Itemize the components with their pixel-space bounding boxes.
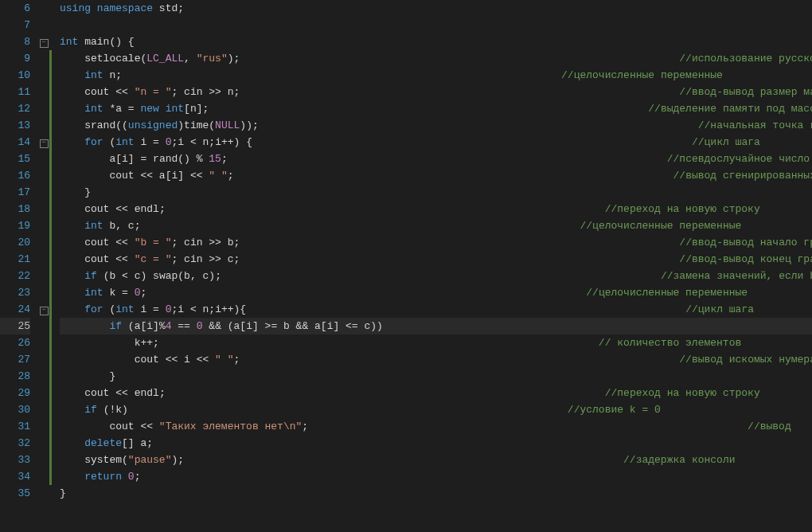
token-kw: return (84, 471, 122, 483)
token-op (60, 119, 84, 131)
code-line[interactable]: int b, c;//целочисленные переменные (60, 217, 812, 234)
code-line[interactable]: a[i] = rand() % 15;//псевдослучайное чис… (60, 151, 812, 167)
token-op: * (103, 103, 116, 115)
token-fn: time (184, 119, 209, 131)
token-op: [ (240, 320, 246, 332)
code-line[interactable] (60, 17, 812, 33)
fold-gutter[interactable]: −−− (38, 0, 49, 532)
line-number: 28 (0, 368, 30, 385)
fold-marker (38, 334, 49, 351)
line-number: 19 (0, 217, 30, 234)
token-id: a (159, 170, 166, 182)
code-line[interactable]: if (!k)//условие k = 0 (60, 401, 812, 418)
comment: //переход на новую строку (605, 203, 760, 215)
token-id: i (122, 153, 128, 165)
code-line[interactable]: cout << endl;//переход на новую строку (60, 385, 812, 401)
code-line[interactable]: cout << i << " ";//вывод искомых нумерац… (60, 351, 812, 368)
token-op: ; (302, 421, 308, 432)
token-str: "b = " (135, 237, 172, 248)
code-line[interactable]: if (b < c) swap(b, c);//замена значений,… (60, 268, 812, 284)
token-op: && (290, 320, 314, 332)
code-editor[interactable]: 6789101112131415161718192021222324252627… (0, 0, 812, 532)
fold-collapse-icon[interactable]: − (40, 307, 49, 315)
token-op (60, 337, 135, 349)
token-op: } (60, 370, 115, 382)
code-line[interactable]: for (int i = 0;i < n;i++) {//цикл шага (60, 134, 812, 151)
token-op: ; (209, 136, 215, 148)
code-line[interactable]: } (60, 184, 812, 201)
line-number: 11 (0, 84, 30, 100)
token-id: i (146, 320, 153, 332)
fold-marker[interactable]: − (38, 134, 49, 151)
token-id: n (228, 86, 234, 98)
token-id: i (178, 303, 184, 315)
code-line[interactable]: delete[] a; (60, 435, 812, 452)
fold-marker[interactable]: − (38, 33, 49, 50)
code-area[interactable]: using namespace std;int main() { setloca… (52, 0, 812, 532)
token-id: b (228, 237, 234, 248)
token-op: << (159, 354, 184, 366)
token-num: 0 (128, 471, 135, 483)
token-id: i (246, 320, 252, 332)
token-id: endl (135, 387, 159, 399)
comment: //вывод (748, 421, 791, 432)
token-null: NULL (215, 119, 240, 131)
code-line[interactable]: cout << a[i] << " ";//вывод сгенирирован… (60, 167, 812, 184)
code-line[interactable]: for (int i = 0;i < n;i++){//цикл шага (60, 301, 812, 318)
code-line[interactable]: cout << "Таких элементов нет\n";//вывод (60, 418, 812, 435)
comment: //вывод искомых нумераций элементов масс… (679, 354, 812, 366)
comment: //использование русской клавиатуры (679, 53, 812, 65)
comment: //целочисленные переменные (561, 69, 723, 81)
code-line[interactable]: system("pause");//задержка консоли (60, 452, 812, 468)
code-line[interactable]: int n;//целочисленные переменные (60, 67, 812, 84)
fold-collapse-icon[interactable]: − (40, 139, 49, 148)
fold-collapse-icon[interactable]: − (40, 39, 49, 48)
token-op: ( (122, 320, 135, 332)
code-line[interactable]: setlocale(LC_ALL, "rus");//использование… (60, 50, 812, 67)
code-line[interactable]: cout << "c = "; cin >> c;//ввод-вывод ко… (60, 251, 812, 268)
token-op: ] >= (252, 320, 283, 332)
code-line[interactable]: int *a = new int[n];//выделение памяти п… (60, 100, 812, 117)
token-op: << (109, 387, 134, 399)
code-line[interactable]: } (60, 368, 812, 385)
code-line[interactable]: int main() { (60, 33, 812, 50)
line-number: 10 (0, 67, 30, 84)
token-op: ; (234, 86, 240, 98)
token-op: ] << (178, 170, 209, 182)
code-line[interactable]: int k = 0;//целочисленные переменные (60, 284, 812, 301)
token-op: ; (234, 253, 240, 265)
code-line[interactable]: return 0; (60, 468, 812, 485)
comment: //начальная точка генерации (698, 119, 812, 131)
code-line[interactable]: if (a[i]%4 == 0 && (a[i] >= b && a[i] <=… (60, 318, 812, 334)
comment: //целочисленные переменные (580, 220, 741, 232)
code-line[interactable]: using namespace std; (60, 0, 812, 17)
fold-marker (38, 100, 49, 117)
code-line[interactable]: cout << endl;//переход на новую строку (60, 201, 812, 217)
line-number: 6 (0, 0, 30, 17)
token-op (60, 103, 84, 115)
token-id: c (228, 253, 234, 265)
code-line[interactable]: k++;// количество элементов (60, 334, 812, 351)
code-line[interactable]: cout << "n = "; cin >> n;//ввод-вывод ра… (60, 84, 812, 100)
token-op: >> (202, 253, 227, 265)
token-id: std (159, 2, 178, 14)
token-id: a (115, 103, 122, 115)
token-id: cin (184, 253, 202, 265)
token-op: , (190, 270, 203, 282)
code-line[interactable]: srand((unsigned)time(NULL));//начальная … (60, 117, 812, 134)
code-line[interactable]: } (60, 485, 812, 502)
token-id: cout (84, 387, 109, 399)
token-kw: int (60, 36, 78, 48)
token-str: " " (209, 170, 227, 182)
token-id: cout (109, 421, 134, 432)
token-op: ; (171, 253, 184, 265)
token-id: a (314, 320, 321, 332)
comment: //ввод-вывод размер массива (679, 86, 812, 98)
fold-marker[interactable]: − (38, 301, 49, 318)
token-num: 4 (166, 320, 172, 332)
token-op: ; (135, 471, 141, 483)
token-kw: for (84, 136, 103, 148)
token-id: k (115, 404, 122, 416)
token-op (60, 437, 84, 449)
code-line[interactable]: cout << "b = "; cin >> b;//ввод-вывод на… (60, 234, 812, 251)
